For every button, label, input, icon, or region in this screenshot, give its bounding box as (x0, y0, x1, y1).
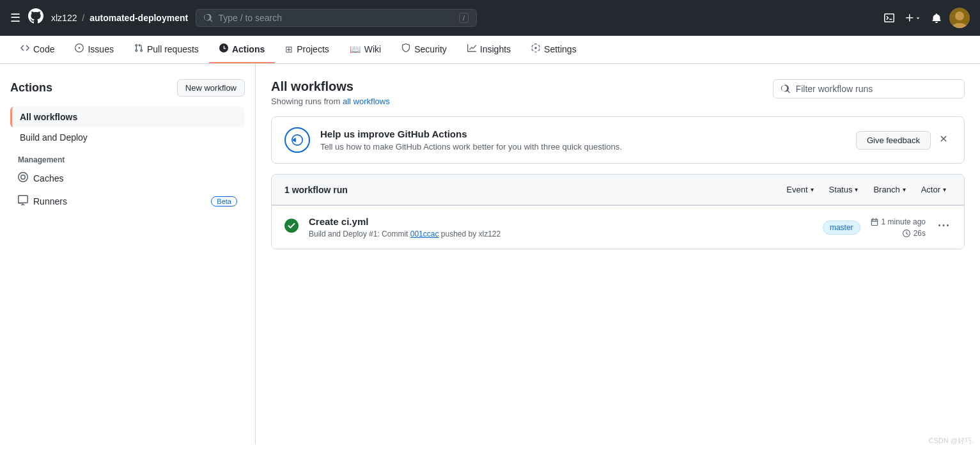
feedback-text: Help us improve GitHub Actions Tell us h… (320, 129, 846, 152)
hamburger-button[interactable]: ☰ (10, 11, 20, 25)
filter-search-icon (781, 84, 791, 94)
time-ago-text: 1 minute ago (882, 217, 926, 226)
tab-insights[interactable]: Insights (457, 36, 521, 63)
status-caret-icon: ▾ (855, 186, 858, 193)
sidebar-header: Actions New workflow (10, 79, 245, 97)
runners-label: Runners (33, 196, 67, 207)
run-meta: Build and Deploy #1: Commit 001ccac push… (309, 230, 813, 238)
workflow-count: 1 workflow run (284, 185, 348, 195)
svg-point-1 (955, 12, 964, 20)
actor-caret-icon: ▾ (943, 186, 946, 193)
sidebar-item-caches[interactable]: Caches (10, 167, 245, 190)
caches-label: Caches (33, 173, 63, 183)
close-banner-button[interactable] (936, 131, 951, 150)
tab-pullrequests[interactable]: Pull requests (124, 36, 209, 63)
beta-badge: Beta (211, 196, 237, 207)
notifications-button[interactable] (929, 10, 944, 26)
content-title-area: All workflows Showing runs from all work… (271, 79, 390, 106)
tab-actions[interactable]: Actions (209, 36, 275, 63)
plus-icon (905, 13, 915, 23)
security-icon (401, 43, 410, 54)
close-icon (938, 134, 949, 144)
avatar[interactable] (949, 8, 970, 28)
insights-icon (467, 43, 476, 54)
run-title[interactable]: Create ci.yml (309, 216, 813, 227)
run-duration: 26s (903, 229, 926, 238)
top-nav-right (882, 8, 970, 28)
sidebar-item-runners[interactable]: Runners Beta (10, 190, 245, 213)
pr-icon (134, 43, 143, 54)
new-workflow-button[interactable]: New workflow (177, 79, 245, 97)
sidebar-item-build-deploy[interactable]: Build and Deploy (10, 127, 245, 148)
event-filter-button[interactable]: Event ▾ (781, 182, 818, 197)
run-time: 1 minute ago 26s (871, 217, 926, 238)
top-navigation: ☰ xlz122 / automated-deployment / (0, 0, 980, 36)
code-icon (20, 43, 29, 54)
feedback-description: Tell us how to make GitHub Actions work … (320, 142, 846, 152)
all-workflows-link[interactable]: all workflows (343, 97, 390, 106)
feedback-actions: Give feedback (856, 131, 951, 150)
actor-filter-button[interactable]: Actor ▾ (916, 182, 951, 197)
run-more-options-button[interactable] (936, 218, 951, 237)
content-header: All workflows Showing runs from all work… (271, 79, 965, 106)
branch-badge: master (823, 221, 860, 235)
workflow-runs-header: 1 workflow run Event ▾ Status ▾ Branch ▾… (272, 175, 964, 205)
caches-icon (18, 172, 28, 185)
management-section-label: Management (10, 148, 245, 167)
build-deploy-label: Build and Deploy (20, 132, 88, 143)
repo-owner-link[interactable]: xlz122 (51, 13, 77, 23)
filter-search-bar[interactable] (773, 79, 965, 98)
slash-badge: / (459, 13, 469, 23)
main-layout: Actions New workflow All workflows Build… (0, 64, 980, 444)
run-time-ago: 1 minute ago (871, 217, 926, 226)
repo-name-link[interactable]: automated-deployment (89, 13, 188, 23)
status-filter-button[interactable]: Status ▾ (824, 182, 864, 197)
search-input[interactable] (218, 13, 454, 23)
feedback-play-icon (284, 127, 310, 153)
tab-issues[interactable]: Issues (65, 36, 123, 63)
tab-wiki[interactable]: 📖 Wiki (339, 36, 391, 63)
workflow-run-item: Create ci.yml Build and Deploy #1: Commi… (272, 205, 964, 249)
content-title: All workflows (271, 79, 390, 94)
actions-icon (219, 43, 228, 54)
top-nav-left: ☰ xlz122 / automated-deployment / (10, 8, 871, 27)
global-search-bar[interactable]: / (196, 9, 477, 27)
run-info: Create ci.yml Build and Deploy #1: Commi… (309, 216, 813, 238)
event-caret-icon: ▾ (811, 186, 814, 193)
projects-icon: ⊞ (285, 44, 293, 54)
tab-settings[interactable]: Settings (521, 36, 587, 63)
workflow-runs-container: 1 workflow run Event ▾ Status ▾ Branch ▾… (271, 174, 965, 249)
tab-security[interactable]: Security (391, 36, 457, 63)
wiki-icon: 📖 (350, 44, 361, 54)
search-icon (204, 13, 213, 23)
tab-code[interactable]: Code (10, 36, 65, 63)
commit-link[interactable]: 001ccac (410, 230, 439, 238)
repo-path: xlz122 / automated-deployment (51, 13, 188, 23)
filter-input[interactable] (796, 84, 956, 94)
repo-navigation: Code Issues Pull requests Actions ⊞ Proj… (0, 36, 980, 64)
terminal-icon (884, 13, 894, 23)
sidebar-item-all-workflows[interactable]: All workflows (10, 107, 245, 127)
tab-projects[interactable]: ⊞ Projects (275, 36, 339, 63)
runners-icon (18, 195, 28, 208)
workflow-filters: Event ▾ Status ▾ Branch ▾ Actor ▾ (781, 182, 951, 197)
calendar-icon (871, 218, 878, 226)
settings-icon (531, 43, 540, 54)
sidebar: Actions New workflow All workflows Build… (0, 64, 256, 444)
bell-icon (931, 13, 942, 23)
feedback-title: Help us improve GitHub Actions (320, 129, 846, 139)
issue-icon (75, 43, 84, 54)
subtitle-text: Showing runs from (271, 97, 343, 106)
branch-filter-button[interactable]: Branch ▾ (868, 182, 910, 197)
path-separator: / (82, 13, 84, 23)
terminal-button[interactable] (882, 10, 897, 26)
branch-caret-icon: ▾ (903, 186, 906, 193)
give-feedback-button[interactable]: Give feedback (856, 131, 931, 150)
clock-icon (903, 230, 910, 237)
sidebar-title: Actions (10, 81, 52, 95)
watermark: CSDN @好巧. (929, 436, 974, 444)
main-content: All workflows Showing runs from all work… (256, 64, 980, 444)
run-success-icon (284, 219, 299, 237)
more-options-icon (938, 221, 949, 231)
create-new-button[interactable] (902, 10, 924, 26)
